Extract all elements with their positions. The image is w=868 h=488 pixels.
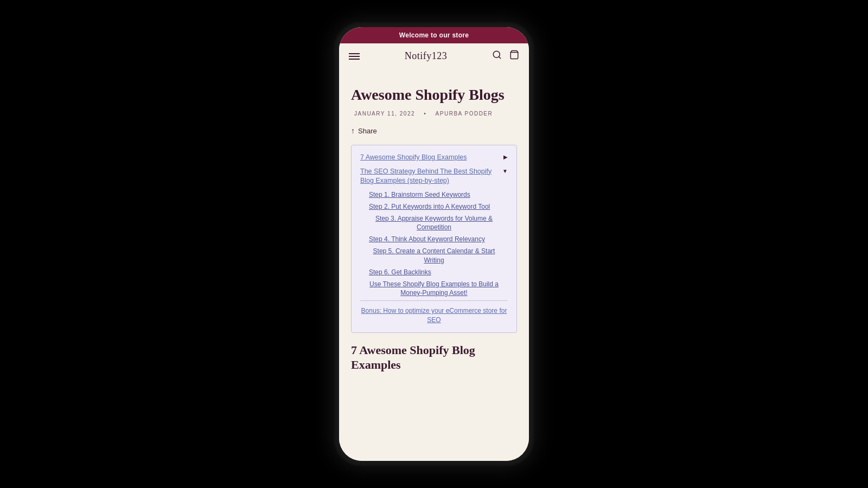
article-date: JANUARY 11, 2022 xyxy=(354,111,415,117)
toc-arrow-2: ▼ xyxy=(502,168,508,174)
article-meta: JANUARY 11, 2022 • APURBA PODDER xyxy=(351,111,517,117)
toc-sub-link-3[interactable]: Step 3. Appraise Keywords for Volume &Co… xyxy=(360,214,508,232)
toc-link-3[interactable]: Bonus: How to optimize your eCommerce st… xyxy=(360,306,508,325)
toc-divider xyxy=(360,300,508,301)
cart-icon[interactable] xyxy=(509,50,519,62)
toc-sub-link-7[interactable]: Use These Shopify Blog Examples to Build… xyxy=(360,280,508,297)
share-icon: ↑ xyxy=(351,126,355,135)
menu-icon[interactable] xyxy=(349,53,360,60)
article-title: Awesome Shopify Blogs xyxy=(351,85,517,104)
phone-frame: Welcome to our store Notify123 xyxy=(334,22,534,466)
toc-sub-link-5[interactable]: Step 5. Create a Content Calendar & Star… xyxy=(360,247,508,264)
toc-sub-link-2[interactable]: Step 2. Put Keywords into A Keyword Tool xyxy=(360,202,508,211)
toc-link-2[interactable]: The SEO Strategy Behind The Best Shopify… xyxy=(360,167,502,186)
store-banner: Welcome to our store xyxy=(339,27,529,43)
toc-item-2-header: The SEO Strategy Behind The Best Shopify… xyxy=(360,167,508,186)
navigation: Notify123 xyxy=(339,43,529,69)
page-content: Awesome Shopify Blogs JANUARY 11, 2022 •… xyxy=(339,69,529,461)
toc-sub-link-6[interactable]: Step 6. Get Backlinks xyxy=(360,268,508,277)
site-logo: Notify123 xyxy=(405,50,448,62)
toc-sub-link-1[interactable]: Step 1. Brainstorm Seed Keywords xyxy=(360,190,508,199)
search-icon[interactable] xyxy=(492,50,502,62)
toc-link-1[interactable]: 7 Awesome Shopify Blog Examples xyxy=(360,153,467,163)
banner-text: Welcome to our store xyxy=(399,31,469,39)
toc-sub-items: Step 1. Brainstorm Seed Keywords Step 2.… xyxy=(360,190,508,298)
phone-screen: Welcome to our store Notify123 xyxy=(339,27,529,461)
share-label: Share xyxy=(358,127,377,135)
toc-arrow-1: ▶ xyxy=(503,154,508,160)
share-button[interactable]: ↑ Share xyxy=(351,126,377,135)
svg-line-1 xyxy=(499,56,500,58)
toc-item-1: 7 Awesome Shopify Blog Examples ▶ xyxy=(360,153,508,163)
meta-separator: • xyxy=(424,111,426,117)
nav-icons-group xyxy=(492,50,519,62)
section-heading: 7 Awesome Shopify Blog Examples xyxy=(351,343,517,378)
table-of-contents: 7 Awesome Shopify Blog Examples ▶ The SE… xyxy=(351,145,517,333)
article-author: APURBA PODDER xyxy=(436,111,493,117)
toc-sub-link-4[interactable]: Step 4. Think About Keyword Relevancy xyxy=(360,235,508,243)
